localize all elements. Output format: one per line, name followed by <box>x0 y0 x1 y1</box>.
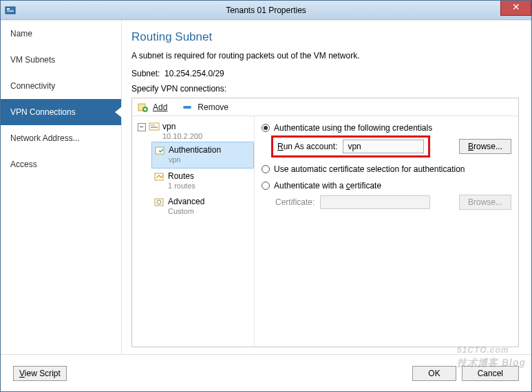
radio-cert[interactable] <box>262 182 270 190</box>
panel-body: − vpn 10.10.2.200 <box>132 116 518 347</box>
option-cert-label: Authenticate with a certificate <box>274 181 381 190</box>
option-credentials-label: Authenticate using the following credent… <box>274 123 432 133</box>
svg-rect-8 <box>151 127 158 128</box>
certificate-row: Certificate: Browse... <box>275 195 511 210</box>
specify-label: Specify VPN connections: <box>131 84 519 94</box>
svg-rect-1 <box>7 8 10 10</box>
tree-item-advanced[interactable]: Advanced Custom <box>151 194 254 219</box>
collapse-icon[interactable]: − <box>138 123 146 131</box>
option-cert[interactable]: Authenticate with a certificate <box>262 181 511 190</box>
sidebar: Name VM Subnets Connectivity VPN Connect… <box>1 21 122 354</box>
page-title: Routing Subnet <box>131 30 519 44</box>
tree-item-authentication[interactable]: Authentication vpn <box>151 142 254 168</box>
remove-icon <box>182 102 193 112</box>
body: Name VM Subnets Connectivity VPN Connect… <box>1 20 531 354</box>
sidebar-item-access[interactable]: Access <box>1 151 121 177</box>
sidebar-item-vpn-connections[interactable]: VPN Connections <box>1 99 121 125</box>
vpn-root-icon <box>149 122 160 133</box>
footer: View Script OK Cancel <box>1 354 531 391</box>
browse-runas-button[interactable]: Browse... <box>459 139 511 154</box>
routes-icon <box>154 171 165 182</box>
ok-button[interactable]: OK <box>412 366 456 381</box>
tree-item-sub: Custom <box>168 207 204 215</box>
runas-highlight: Run As account: <box>271 135 430 157</box>
tree-item-sub: vpn <box>169 155 221 164</box>
sidebar-item-network-address[interactable]: Network Address... <box>1 125 121 151</box>
subnet-value: 10.254.254.0/29 <box>164 69 224 78</box>
runas-label: Run As account: <box>277 142 337 151</box>
sidebar-item-name[interactable]: Name <box>1 21 121 47</box>
subnet-row: Subnet: 10.254.254.0/29 <box>131 69 519 78</box>
add-icon <box>138 102 149 112</box>
close-button[interactable]: ✕ <box>500 1 531 16</box>
option-auto-cert-label: Use automatic certificate selection for … <box>274 164 465 174</box>
tree-item-label: Advanced <box>168 197 204 207</box>
runas-input[interactable] <box>343 140 424 153</box>
cancel-button[interactable]: Cancel <box>462 366 519 381</box>
titlebar[interactable]: Tenants 01 Properties ✕ <box>1 1 531 20</box>
page-description: A subnet is required for routing packets… <box>131 51 519 61</box>
sidebar-item-vm-subnets[interactable]: VM Subnets <box>1 47 121 73</box>
main-panel: Routing Subnet A subnet is required for … <box>122 21 531 354</box>
add-button[interactable]: Add <box>153 102 167 112</box>
tree-item-routes[interactable]: Routes 1 routes <box>151 168 254 194</box>
option-auto-cert[interactable]: Use automatic certificate selection for … <box>262 164 511 174</box>
authentication-icon <box>155 145 166 156</box>
connections-panel: Add Remove − <box>131 98 519 347</box>
subnet-label: Subnet: <box>131 69 160 78</box>
tree-root-label: vpn <box>162 122 202 132</box>
view-script-button[interactable]: View Script <box>13 366 67 381</box>
radio-auto-cert[interactable] <box>262 165 270 173</box>
window-title: Tenants 01 Properties <box>226 6 306 15</box>
app-icon <box>5 5 16 16</box>
option-credentials[interactable]: Authenticate using the following credent… <box>262 123 511 133</box>
radio-credentials[interactable] <box>262 124 270 132</box>
tree-root-sub: 10.10.2.200 <box>162 132 202 140</box>
certificate-input <box>320 195 430 209</box>
tree-item-label: Routes <box>168 171 195 182</box>
advanced-icon <box>154 197 165 208</box>
svg-rect-7 <box>151 124 155 126</box>
tree-item-sub: 1 routes <box>168 182 195 190</box>
tree[interactable]: − vpn 10.10.2.200 <box>132 116 255 347</box>
sidebar-item-connectivity[interactable]: Connectivity <box>1 73 121 99</box>
properties-window: Tenants 01 Properties ✕ Name VM Subnets … <box>0 0 532 392</box>
details-pane: Authenticate using the following credent… <box>255 116 518 347</box>
remove-button[interactable]: Remove <box>198 102 228 112</box>
browse-cert-button: Browse... <box>459 195 511 210</box>
svg-rect-5 <box>183 106 191 109</box>
tree-root[interactable]: − vpn 10.10.2.200 <box>136 120 254 142</box>
certificate-label: Certificate: <box>275 197 315 207</box>
tree-item-label: Authentication <box>169 145 221 155</box>
toolbar: Add Remove <box>132 98 518 116</box>
svg-rect-2 <box>7 10 14 12</box>
